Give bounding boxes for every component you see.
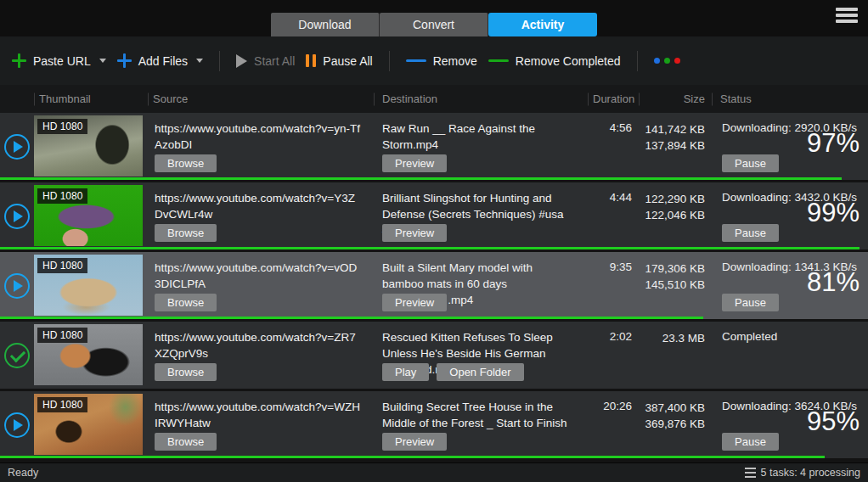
toolbar: Paste URL Add Files Start All Pause All … (0, 36, 868, 85)
quality-badge: HD 1080 (37, 328, 87, 343)
remove-button[interactable]: Remove (406, 54, 477, 68)
play-icon (236, 54, 247, 68)
duration-value: 9:35 (588, 252, 639, 319)
source-url: https://www.youtube.com/watch?v=WZHIRWYH… (148, 391, 374, 431)
status-ready-text: Ready (8, 467, 38, 479)
resume-play-icon[interactable] (4, 412, 30, 438)
table-header: Thumbnail Source Destination Duration Si… (0, 85, 868, 113)
task-row[interactable]: HD 1080 https://www.youtube.com/watch?v=… (0, 113, 868, 180)
pause-button[interactable]: Pause (722, 294, 779, 311)
tasks-summary-text: 5 tasks: 4 processing (761, 467, 860, 479)
duration-value: 4:44 (588, 182, 639, 249)
status-text: Completed (712, 322, 868, 343)
task-row[interactable]: HD 1080 https://www.youtube.com/watch?v=… (0, 391, 868, 458)
remove-completed-line-icon (488, 59, 509, 62)
pause-all-button[interactable]: Pause All (306, 54, 372, 68)
preview-button[interactable]: Preview (382, 294, 447, 311)
destination-filename: Raw Run __ Race Against the Storm.mp4 (374, 113, 588, 153)
plus-icon (117, 53, 132, 68)
browse-button[interactable]: Browse (155, 433, 217, 451)
video-thumbnail: HD 1080 (34, 255, 143, 316)
completed-check-icon (4, 343, 30, 368)
duration-value: 4:56 (588, 113, 639, 180)
tasks-list-icon (745, 468, 756, 478)
menu-icon[interactable] (836, 8, 858, 25)
source-url: https://www.youtube.com/watch?v=ZR7XZQpr… (148, 322, 374, 362)
header-source: Source (148, 92, 374, 105)
size-total: 387,400 KB (639, 400, 705, 416)
remove-label: Remove (433, 54, 477, 68)
remove-line-icon (406, 59, 426, 62)
chevron-down-icon[interactable] (196, 59, 203, 63)
header-size: Size (639, 92, 712, 105)
titlebar: Download Convert Activity (0, 0, 868, 36)
more-options-dots[interactable] (654, 58, 680, 64)
size-total: 141,742 KB (639, 121, 705, 137)
progress-bar (0, 317, 703, 319)
pause-all-label: Pause All (323, 54, 372, 68)
toolbar-separator (389, 51, 390, 71)
progress-percent: 81% (807, 267, 860, 298)
pause-button[interactable]: Pause (722, 154, 779, 172)
source-url: https://www.youtube.com/watch?v=Y3ZDvCWL… (148, 182, 374, 222)
task-list: HD 1080 https://www.youtube.com/watch?v=… (0, 113, 868, 462)
size-total: 179,306 KB (639, 261, 705, 277)
toolbar-separator (637, 51, 638, 71)
resume-play-icon[interactable] (4, 204, 30, 229)
duration-value: 20:26 (588, 391, 639, 458)
preview-button[interactable]: Preview (382, 433, 447, 451)
remove-completed-button[interactable]: Remove Completed (488, 54, 621, 68)
progress-bar (0, 247, 860, 249)
source-url: https://www.youtube.com/watch?v=yn-TfAzo… (148, 113, 374, 153)
browse-button[interactable]: Browse (155, 294, 217, 311)
add-files-button[interactable]: Add Files (117, 53, 203, 68)
duration-value: 2:02 (588, 322, 639, 389)
task-row-completed[interactable]: HD 1080 https://www.youtube.com/watch?v=… (0, 322, 868, 389)
resume-play-icon[interactable] (4, 134, 30, 160)
green-dot-icon (664, 58, 670, 64)
progress-bar (0, 456, 825, 458)
start-all-label: Start All (254, 54, 295, 68)
video-thumbnail: HD 1080 (34, 115, 143, 177)
toolbar-separator (219, 51, 220, 71)
size-total: 122,290 KB (639, 191, 705, 207)
task-row[interactable]: HD 1080 https://www.youtube.com/watch?v=… (0, 182, 868, 249)
pause-button[interactable]: Pause (722, 433, 779, 451)
pause-button[interactable]: Pause (722, 224, 779, 242)
video-thumbnail: HD 1080 (34, 324, 143, 385)
task-row-selected[interactable]: HD 1080 https://www.youtube.com/watch?v=… (0, 252, 868, 319)
size-downloaded: 145,510 KB (639, 277, 705, 293)
header-status: Status (712, 92, 868, 105)
video-thumbnail: HD 1080 (34, 394, 143, 455)
paste-url-label: Paste URL (33, 54, 91, 68)
size-downloaded: 369,876 KB (639, 416, 705, 432)
tab-convert[interactable]: Convert (380, 13, 488, 36)
browse-button[interactable]: Browse (155, 154, 217, 172)
quality-badge: HD 1080 (37, 258, 87, 273)
size-downloaded: 137,894 KB (639, 137, 705, 154)
play-button[interactable]: Play (382, 363, 429, 381)
quality-badge: HD 1080 (37, 397, 87, 412)
header-destination: Destination (374, 92, 588, 105)
quality-badge: HD 1080 (37, 188, 87, 204)
header-thumbnail: Thumbnail (34, 92, 148, 105)
status-bar: Ready 5 tasks: 4 processing (0, 462, 868, 482)
progress-percent: 97% (807, 128, 860, 159)
size-total: 23.3 MB (639, 330, 705, 346)
resume-play-icon[interactable] (4, 273, 30, 299)
open-folder-button[interactable]: Open Folder (437, 363, 523, 381)
preview-button[interactable]: Preview (382, 224, 447, 242)
tab-download[interactable]: Download (271, 13, 380, 36)
header-duration: Duration (588, 92, 639, 105)
paste-url-button[interactable]: Paste URL (12, 53, 106, 68)
video-thumbnail: HD 1080 (34, 185, 143, 246)
source-url: https://www.youtube.com/watch?v=vOD3DICL… (148, 252, 374, 292)
browse-button[interactable]: Browse (155, 224, 217, 242)
pause-icon (306, 54, 316, 67)
start-all-button[interactable]: Start All (236, 54, 295, 68)
tab-activity[interactable]: Activity (488, 13, 597, 36)
preview-button[interactable]: Preview (382, 154, 447, 172)
browse-button[interactable]: Browse (155, 363, 217, 381)
main-tabs: Download Convert Activity (271, 13, 597, 36)
chevron-down-icon[interactable] (99, 59, 106, 63)
